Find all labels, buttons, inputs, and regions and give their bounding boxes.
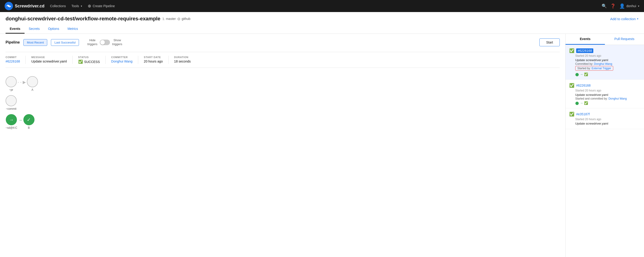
right-tab-events[interactable]: Events: [566, 34, 605, 45]
app-name: Screwdriver.cd: [15, 4, 44, 8]
branch-name: master: [166, 17, 176, 20]
right-panel: Events Pull Requests ✅ #6226168 Started …: [565, 34, 644, 257]
nav-tools-dropdown[interactable]: Tools ▾: [72, 4, 82, 8]
nav-tools-label: Tools: [72, 4, 79, 8]
check-icon: ✓: [27, 117, 31, 122]
event-1-committed-by: Committed by: Donghui Wang: [575, 62, 640, 66]
tab-metrics[interactable]: Metrics: [64, 24, 82, 34]
right-panel-tabs: Events Pull Requests: [566, 34, 644, 45]
nav-collections[interactable]: Collections: [50, 4, 66, 8]
last-successful-button[interactable]: Last Successful: [51, 39, 79, 46]
tab-secrets[interactable]: Secrets: [24, 24, 44, 34]
search-button[interactable]: 🔍: [602, 4, 607, 8]
event-1-trigger-link[interactable]: External Trigger: [592, 67, 611, 70]
pipe-icon-1: ⬤: [575, 72, 579, 76]
page-title-row: donghui-screwdriver-cd-test/workflow-rem…: [6, 16, 638, 22]
event-2-committer-link[interactable]: Donghui Wang: [608, 97, 627, 100]
app-logo[interactable]: Screwdriver.cd: [5, 2, 44, 10]
commit-sha[interactable]: #6226168: [6, 60, 20, 63]
committer-label: COMMITTER: [111, 56, 132, 58]
tools-chevron-icon: ▾: [81, 5, 82, 8]
message-label: MESSAGE: [31, 56, 67, 58]
node-label-pr: ~pr: [9, 88, 13, 92]
event-1-sha[interactable]: #6226168: [576, 48, 593, 53]
graph-row-1: ~pr - - ▶ A: [6, 76, 560, 92]
user-avatar-icon: 👤: [619, 3, 625, 9]
add-collection-chevron-icon: ▾: [637, 17, 638, 20]
plus-icon: ⊕: [88, 4, 91, 8]
event-3-header: ✅ #e35187f: [569, 112, 640, 117]
node-label-b: B: [28, 126, 30, 130]
duration-label: DURATION: [174, 56, 191, 58]
node-circle-sd: →: [6, 114, 17, 125]
duration-col: DURATION 18 seconds: [174, 56, 196, 64]
add-to-collection-button[interactable]: Add to collection ▾: [610, 17, 638, 21]
pipe-arrow-1: →: [580, 72, 583, 76]
committer-col: COMMITTER Donghui Wang: [111, 56, 138, 64]
left-panel: Pipeline Most Recent Last Successful Hid…: [0, 34, 565, 257]
pipe-arrow-2: →: [580, 101, 583, 105]
right-events-label: Events: [580, 37, 590, 41]
graph-row-3: → ~sd@4:C → ✓ B: [6, 114, 560, 130]
toggle-knob: [100, 40, 105, 45]
page-header: donghui-screwdriver-cd-test/workflow-rem…: [0, 12, 644, 34]
node-circle-pr: [6, 76, 17, 87]
commit-label: COMMIT: [6, 56, 20, 58]
event-item-3[interactable]: ✅ #e35187f Started 20 hours ago Update s…: [566, 108, 644, 129]
pipeline-name: donghui-screwdriver-cd-test/workflow-rem…: [6, 16, 160, 22]
sd-arrow-icon: →: [9, 117, 14, 122]
branch-icon: ᚣ: [163, 17, 164, 20]
node-label-sd: ~sd@4:C: [6, 126, 17, 130]
event-3-sha[interactable]: #e35187f: [576, 112, 590, 116]
node-label-commit: ~commit: [6, 107, 16, 110]
events-list: ✅ #6226168 Started 20 hours ago Update s…: [566, 45, 644, 257]
event-1-committer-link[interactable]: Donghui Wang: [594, 62, 612, 66]
start-button[interactable]: Start: [539, 38, 560, 46]
show-triggers-label: Show triggers: [112, 38, 122, 46]
dashed-arrow-1: - - ▶: [18, 80, 26, 85]
duration-value: 18 seconds: [174, 60, 191, 63]
event-1-message: Update screwdriver.yaml: [575, 58, 640, 62]
event-2-sha[interactable]: #6226168: [576, 84, 590, 87]
user-menu[interactable]: 👤 donhui ▾: [619, 3, 639, 9]
triggers-section: Hide triggers Show triggers: [87, 38, 122, 46]
status-value: ✅ SUCCESS: [78, 60, 100, 64]
nav-icons-group: 🔍 ❓ 👤 donhui ▾: [602, 3, 639, 9]
event-1-status-icon: ✅: [569, 48, 574, 53]
pipe-icon-3: ⬤: [575, 101, 579, 105]
svg-point-1: [8, 5, 10, 7]
right-tab-pull-requests[interactable]: Pull Requests: [605, 34, 644, 45]
message-col: MESSAGE Update screwdriver.yaml: [31, 56, 72, 64]
nav-create-pipeline[interactable]: ⊕ Create Pipeline: [88, 4, 115, 8]
status-label: STATUS: [78, 56, 100, 58]
nav-create-pipeline-label: Create Pipeline: [92, 4, 115, 8]
tab-options[interactable]: Options: [44, 24, 63, 34]
graph-node-pr: ~pr: [6, 76, 17, 92]
navbar: Screwdriver.cd Collections Tools ▾ ⊕ Cre…: [0, 0, 644, 12]
message-value: Update screwdriver.yaml: [31, 60, 67, 63]
status-text: SUCCESS: [84, 60, 100, 64]
commit-col: COMMIT #6226168: [6, 56, 26, 64]
tab-events[interactable]: Events: [6, 24, 24, 34]
github-icon: ⊙: [177, 17, 180, 21]
vcs-name: github: [182, 17, 190, 20]
search-icon: 🔍: [602, 4, 607, 8]
event-item-1[interactable]: ✅ #6226168 Started 20 hours ago Update s…: [566, 45, 644, 80]
graph-node-b: ✓ B: [24, 114, 34, 130]
node-circle-commit: [6, 95, 17, 106]
event-item-2[interactable]: ✅ #6226168 Started 20 hours ago Update s…: [566, 80, 644, 108]
most-recent-button[interactable]: Most Recent: [24, 39, 47, 46]
start-date-label: START DATE: [144, 56, 163, 58]
triggers-toggle[interactable]: [100, 40, 110, 45]
page-tabs: Events Secrets Options Metrics: [6, 24, 638, 34]
help-button[interactable]: ❓: [610, 4, 616, 8]
event-1-pipeline-icons: ⬤ → ✅: [575, 72, 640, 76]
node-label-a: A: [32, 88, 33, 92]
pipe-icon-4: ✅: [584, 101, 588, 105]
add-collection-label: Add to collection: [610, 17, 636, 21]
user-name: donhui: [626, 4, 636, 8]
event-1-time: Started 20 hours ago: [575, 54, 640, 58]
event-3-status-icon: ✅: [569, 112, 574, 117]
committer-value[interactable]: Donghui Wang: [111, 60, 132, 63]
graph-row-2: ~commit: [6, 95, 560, 110]
